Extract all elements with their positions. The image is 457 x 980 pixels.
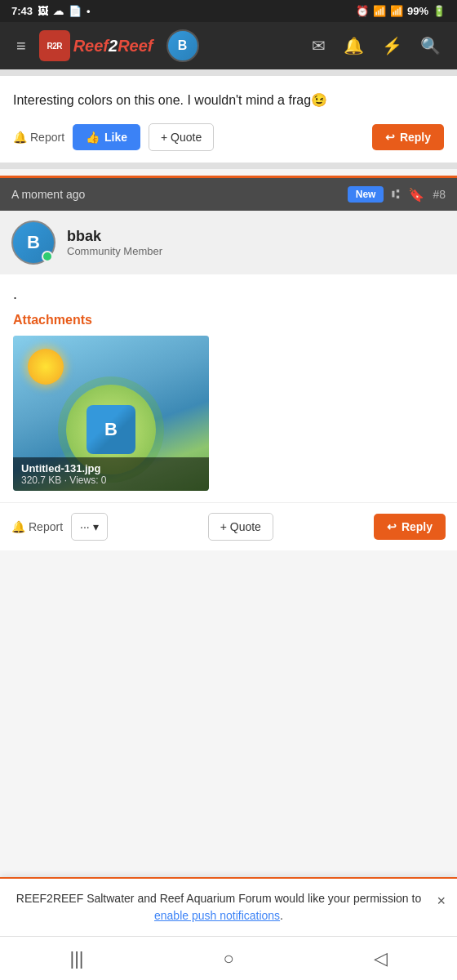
- user-role-2: Community Member: [67, 245, 162, 257]
- reply-icon-2: ↩: [387, 520, 397, 533]
- post-number-2: #8: [433, 188, 446, 201]
- attachment-info: Untitled-131.jpg 320.7 KB · Views: 0: [13, 457, 209, 491]
- post-user-row-2: B bbak Community Member: [0, 211, 457, 274]
- battery-label: 99%: [407, 5, 428, 17]
- post-card-2: A moment ago New ⑆ 🔖 #8 B bbak Community…: [0, 176, 457, 550]
- divider-middle: [0, 163, 457, 169]
- doc-icon: 📄: [69, 5, 82, 17]
- attachment-meta: 320.7 KB · Views: 0: [21, 474, 201, 486]
- status-time: 7:43: [11, 5, 33, 17]
- logo-text: Reef2Reef: [73, 37, 153, 56]
- post-actions-1: 🔔 Report 👍 Like + Quote ↩ Reply: [13, 123, 444, 151]
- push-banner: REEF2REEF Saltwater and Reef Aquarium Fo…: [0, 877, 457, 936]
- push-notifications-link[interactable]: enable push notifications: [154, 909, 280, 922]
- user-avatar-2[interactable]: B: [11, 220, 55, 265]
- status-left: 7:43 🖼 ☁ 📄 •: [11, 5, 91, 17]
- bell-icon[interactable]: 🔔: [339, 33, 369, 59]
- online-indicator: [42, 251, 53, 262]
- logo-reef-icon: R2R: [39, 30, 70, 61]
- push-banner-text: REEF2REEF Saltwater and Reef Aquarium Fo…: [16, 892, 421, 905]
- mail-icon[interactable]: ✉: [307, 33, 331, 59]
- report-button-2[interactable]: 🔔 Report: [11, 520, 63, 533]
- coral-logo: B: [87, 405, 135, 454]
- attachments-label[interactable]: Attachments: [13, 313, 444, 327]
- alarm-icon: ⏰: [356, 5, 369, 17]
- bottom-bar-home-button[interactable]: ○: [206, 942, 250, 976]
- bottom-bar: ||| ○ ◁: [0, 936, 457, 980]
- status-right: ⏰ 📶 📶 99% 🔋: [356, 5, 446, 17]
- bolt-icon[interactable]: ⚡: [377, 33, 407, 59]
- share-icon[interactable]: ⑆: [392, 187, 400, 202]
- reply-icon-1: ↩: [385, 131, 395, 144]
- reply-button-2[interactable]: ↩ Reply: [374, 514, 446, 540]
- logo-area: R2R Reef2Reef: [39, 30, 153, 61]
- dot-icon: •: [87, 5, 91, 17]
- quote-button-1[interactable]: + Quote: [149, 123, 214, 151]
- bookmark-icon[interactable]: 🔖: [408, 187, 424, 203]
- post-content-1: Interesting colors on this one. I wouldn…: [13, 91, 444, 110]
- post-dot: .: [13, 286, 444, 303]
- bell-small-icon: 🔔: [13, 131, 27, 144]
- badge-new: New: [348, 186, 384, 203]
- report-button-1[interactable]: 🔔 Report: [13, 131, 64, 144]
- push-banner-close-button[interactable]: ×: [437, 890, 446, 912]
- search-icon[interactable]: 🔍: [415, 33, 446, 59]
- signal-icon: 📶: [390, 5, 403, 17]
- avatar-letter: B: [178, 38, 188, 53]
- push-banner-text-end: .: [280, 909, 283, 922]
- avatar-letter-2: B: [27, 232, 40, 253]
- navbar: ≡ R2R Reef2Reef B ✉ 🔔 ⚡ 🔍: [0, 22, 457, 69]
- chevron-down-icon: ▾: [93, 520, 99, 533]
- sun-decoration: [28, 349, 64, 385]
- thumbs-up-icon: 👍: [86, 131, 100, 144]
- user-info-2: bbak Community Member: [67, 228, 162, 257]
- cloud-icon: ☁: [53, 5, 64, 17]
- username-2[interactable]: bbak: [67, 228, 162, 245]
- user-avatar-nav[interactable]: B: [166, 29, 199, 62]
- reply-button-1[interactable]: ↩ Reply: [372, 124, 444, 150]
- menu-button[interactable]: ≡: [11, 33, 31, 59]
- photo-icon: 🖼: [38, 5, 48, 17]
- like-button-1[interactable]: 👍 Like: [73, 124, 140, 150]
- post-body-2: . Attachments B Untitled-131.jpg 320.7 K…: [0, 274, 457, 502]
- wifi-icon: 📶: [373, 5, 386, 17]
- attachment-filename: Untitled-131.jpg: [21, 462, 201, 474]
- post-time-2: A moment ago: [11, 188, 339, 201]
- bottom-bar-recent-button[interactable]: |||: [53, 942, 100, 976]
- more-button-2[interactable]: ··· ▾: [71, 513, 108, 541]
- bottom-bar-back-button[interactable]: ◁: [357, 942, 404, 976]
- post-section-1: Interesting colors on this one. I wouldn…: [0, 76, 457, 163]
- quote-button-2[interactable]: + Quote: [208, 513, 273, 541]
- post-footer-2: 🔔 Report ··· ▾ + Quote ↩ Reply: [0, 502, 457, 550]
- attachment-image-2[interactable]: B Untitled-131.jpg 320.7 KB · Views: 0: [13, 336, 209, 491]
- bell-small-icon-2: 🔔: [11, 520, 25, 533]
- battery-icon: 🔋: [433, 5, 446, 17]
- post-card-header-2: A moment ago New ⑆ 🔖 #8: [0, 178, 457, 211]
- status-bar: 7:43 🖼 ☁ 📄 • ⏰ 📶 📶 99% 🔋: [0, 0, 457, 22]
- divider-top: [0, 69, 457, 76]
